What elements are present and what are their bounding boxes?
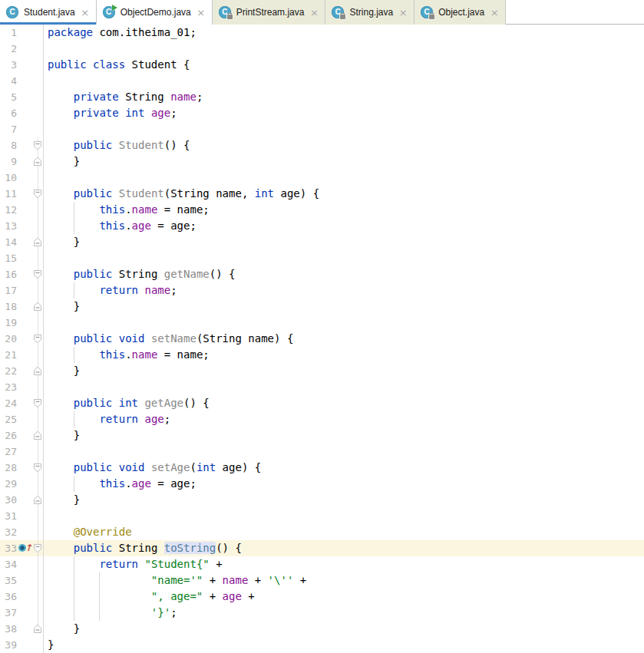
override-method-icon[interactable]: ↑ bbox=[18, 544, 32, 552]
fold-expand-icon[interactable] bbox=[32, 427, 43, 444]
tab-printstream-java[interactable]: CPrintStream.java× bbox=[213, 0, 326, 25]
code-text[interactable]: return name; bbox=[43, 282, 644, 298]
code-text[interactable]: } bbox=[43, 637, 644, 653]
fold-collapse-icon[interactable] bbox=[32, 331, 43, 347]
gutter-icon-zone bbox=[17, 572, 32, 589]
token-kw: private bbox=[74, 91, 125, 103]
fold-expand-icon[interactable] bbox=[32, 492, 43, 508]
code-text[interactable]: ", age=" + age + bbox=[43, 589, 644, 605]
token-kw: return bbox=[99, 413, 144, 425]
gutter-icon-zone bbox=[17, 427, 32, 444]
code-text[interactable] bbox=[43, 508, 644, 524]
code-text[interactable]: public class Student { bbox=[43, 57, 644, 73]
code-text[interactable]: @Override bbox=[43, 524, 644, 540]
fold-collapse-icon[interactable] bbox=[32, 137, 43, 153]
code-text[interactable] bbox=[43, 444, 644, 460]
indent-guide bbox=[74, 476, 74, 492]
code-text[interactable] bbox=[43, 379, 644, 395]
token-ann: @Override bbox=[74, 526, 132, 538]
code-text[interactable]: this.age = age; bbox=[43, 218, 644, 234]
code-text[interactable] bbox=[43, 121, 644, 137]
close-tab-icon[interactable]: × bbox=[81, 8, 90, 18]
code-text[interactable]: private int age; bbox=[43, 105, 644, 121]
token-pl: = name; bbox=[157, 348, 209, 361]
code-text[interactable]: private String name; bbox=[43, 89, 644, 105]
code-text[interactable] bbox=[43, 170, 644, 186]
code-text[interactable] bbox=[43, 315, 644, 331]
code-text[interactable]: } bbox=[43, 234, 644, 250]
lock-overlay-icon bbox=[227, 15, 233, 19]
token-fld: name bbox=[223, 574, 249, 586]
fold-expand-icon[interactable] bbox=[32, 621, 43, 637]
fold-expand-icon[interactable] bbox=[32, 153, 43, 170]
gutter-icon-zone bbox=[17, 73, 32, 89]
code-text[interactable]: this.age = age; bbox=[43, 476, 644, 492]
code-text[interactable]: } bbox=[43, 363, 644, 379]
tab-objectdemo-java[interactable]: CObjectDemo.java× bbox=[97, 0, 213, 25]
tab-student-java[interactable]: CStudent.java× bbox=[0, 0, 97, 25]
indent-guide bbox=[99, 589, 100, 605]
gutter-icon-zone bbox=[17, 25, 32, 41]
code-text[interactable]: public String toString() { bbox=[43, 540, 644, 556]
tab-string-java[interactable]: CString.java× bbox=[325, 0, 414, 25]
gutter-icon-zone bbox=[17, 637, 32, 653]
code-line-16: 16 public String getName() { bbox=[0, 266, 644, 282]
code-text[interactable]: public void setName(String name) { bbox=[43, 331, 644, 347]
line-number: 2 bbox=[0, 41, 17, 57]
code-line-19: 19 bbox=[0, 315, 644, 331]
code-text[interactable]: public String getName() { bbox=[43, 266, 644, 282]
code-text[interactable]: public int getAge() { bbox=[43, 395, 644, 411]
token-pl: } bbox=[48, 236, 80, 248]
close-tab-icon[interactable]: × bbox=[309, 8, 319, 18]
code-text[interactable]: public Student() { bbox=[43, 137, 644, 153]
gutter-icon-zone bbox=[17, 250, 32, 266]
fold-collapse-icon[interactable] bbox=[32, 266, 43, 282]
indent-guide bbox=[74, 605, 74, 621]
fold-collapse-icon[interactable] bbox=[32, 395, 43, 411]
code-text[interactable]: } bbox=[43, 153, 644, 170]
code-text[interactable] bbox=[43, 41, 644, 57]
fold-collapse-icon[interactable] bbox=[32, 460, 43, 476]
fold-expand-icon[interactable] bbox=[32, 298, 43, 315]
code-text[interactable]: '}'; bbox=[43, 605, 644, 621]
code-line-3: 3public class Student { bbox=[0, 57, 644, 73]
code-text[interactable]: } bbox=[43, 427, 644, 444]
code-text[interactable] bbox=[43, 250, 644, 266]
token-pl: com.itheima_01; bbox=[99, 26, 196, 38]
code-text[interactable]: this.name = name; bbox=[43, 202, 644, 218]
close-tab-icon[interactable]: × bbox=[490, 8, 499, 18]
line-number: 7 bbox=[0, 121, 17, 137]
gutter-icon-zone bbox=[17, 605, 32, 621]
token-pl bbox=[48, 332, 74, 345]
code-text[interactable] bbox=[43, 73, 644, 89]
token-kw: public bbox=[74, 139, 119, 151]
code-text[interactable]: } bbox=[43, 492, 644, 508]
code-text[interactable]: public void setAge(int age) { bbox=[43, 460, 644, 476]
code-text[interactable]: public Student(String name, int age) { bbox=[43, 186, 644, 202]
code-text[interactable]: } bbox=[43, 298, 644, 315]
gutter-icon-zone bbox=[17, 298, 32, 315]
code-text[interactable]: this.name = name; bbox=[43, 347, 644, 363]
code-text[interactable]: return "Student{" + bbox=[43, 556, 644, 572]
fold-zone bbox=[32, 524, 43, 540]
tab-object-java[interactable]: CObject.java× bbox=[414, 0, 506, 25]
close-tab-icon[interactable]: × bbox=[398, 8, 408, 18]
fold-collapse-icon[interactable] bbox=[32, 186, 43, 202]
fold-expand-icon[interactable] bbox=[32, 234, 43, 250]
fold-collapse-icon[interactable] bbox=[32, 540, 43, 556]
code-text[interactable]: return age; bbox=[43, 411, 644, 427]
code-line-10: 10 bbox=[0, 170, 644, 186]
code-text[interactable]: } bbox=[43, 621, 644, 637]
code-text[interactable]: "name='" + name + '\'' + bbox=[43, 572, 644, 589]
token-fld: age bbox=[151, 107, 170, 119]
token-pl: } bbox=[48, 300, 80, 312]
code-line-31: 31 bbox=[0, 508, 644, 524]
token-pl bbox=[48, 107, 74, 119]
close-tab-icon[interactable]: × bbox=[197, 8, 206, 18]
line-number: 5 bbox=[0, 89, 17, 105]
fold-zone bbox=[32, 411, 43, 427]
code-editor[interactable]: 1package com.itheima_01;23public class S… bbox=[0, 25, 644, 653]
code-text[interactable]: package com.itheima_01; bbox=[43, 25, 644, 41]
token-pl: () { bbox=[210, 268, 236, 280]
fold-expand-icon[interactable] bbox=[32, 363, 43, 379]
